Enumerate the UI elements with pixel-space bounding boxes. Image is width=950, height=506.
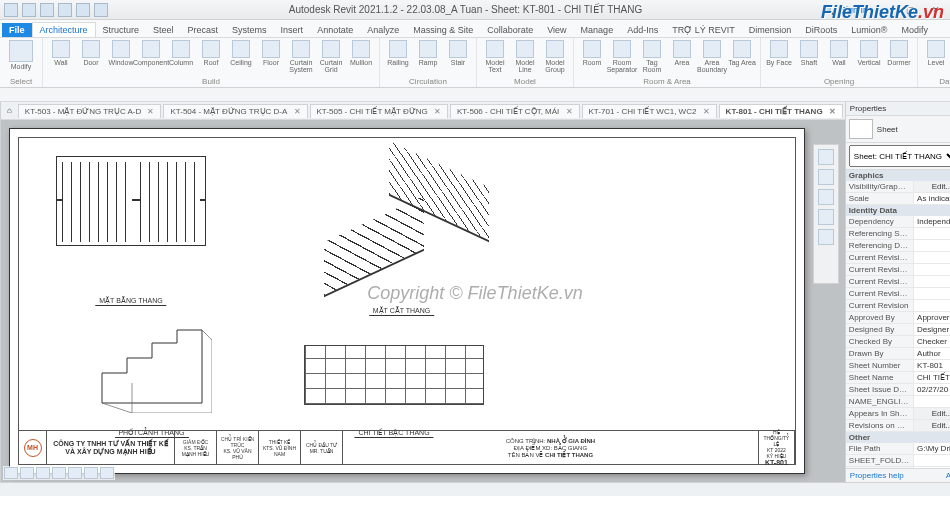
crop-icon[interactable] — [84, 467, 98, 479]
sun-path-icon[interactable] — [52, 467, 66, 479]
home-view-icon[interactable]: ⌂ — [3, 106, 16, 115]
property-row[interactable]: Approved ByApprover — [846, 312, 950, 324]
close-tab-icon[interactable]: ✕ — [827, 107, 836, 116]
viewport-detail[interactable]: CHI TIẾT BẬC THANG — [284, 333, 504, 428]
hide-isolate-icon[interactable] — [100, 467, 114, 479]
property-row[interactable]: Current Revision... — [846, 276, 950, 288]
property-value[interactable] — [914, 396, 950, 407]
close-tab-icon[interactable]: ✕ — [700, 107, 709, 116]
view-tab[interactable]: KT-701 - CHI TIẾT WC1, WC2 ✕ — [582, 104, 717, 118]
property-value[interactable] — [914, 240, 950, 251]
property-value[interactable]: Checker — [914, 336, 950, 347]
zoom-icon[interactable] — [818, 209, 834, 225]
tag-area-button[interactable]: Tag Area — [728, 40, 756, 73]
property-value[interactable]: As indicated — [914, 193, 950, 204]
ribbon-tab-diroots[interactable]: DiRoots — [798, 23, 844, 37]
property-row[interactable]: Designed ByDesigner — [846, 324, 950, 336]
property-row[interactable]: NAME_ENGLISH — [846, 396, 950, 408]
ribbon-tab-tr-l-revit[interactable]: TRỢ LÝ REVIT — [665, 23, 742, 37]
model-text-button[interactable]: Model Text — [481, 40, 509, 73]
property-value[interactable]: G:\My Drive\4.O... — [914, 443, 950, 454]
ribbon-tab-architecture[interactable]: Architecture — [32, 22, 96, 37]
property-row[interactable]: File PathG:\My Drive\4.O... — [846, 443, 950, 455]
ribbon-tab-precast[interactable]: Precast — [181, 23, 226, 37]
ribbon-tab-analyze[interactable]: Analyze — [360, 23, 406, 37]
ribbon-tab-file[interactable]: File — [2, 23, 32, 37]
property-row[interactable]: Drawn ByAuthor — [846, 348, 950, 360]
shadows-icon[interactable] — [68, 467, 82, 479]
property-value[interactable]: Author — [914, 348, 950, 359]
model-group-button[interactable]: Model Group — [541, 40, 569, 73]
ribbon-tab-structure[interactable]: Structure — [96, 23, 147, 37]
area-boundary-button[interactable]: Area Boundary — [698, 40, 726, 73]
by-face-button[interactable]: By Face — [765, 40, 793, 66]
property-value[interactable] — [914, 276, 950, 287]
mullion-button[interactable]: Mullion — [347, 40, 375, 73]
close-tab-icon[interactable]: ✕ — [432, 107, 441, 116]
room-separator-button[interactable]: Room Separator — [608, 40, 636, 73]
railing-button[interactable]: Railing — [384, 40, 412, 66]
ribbon-tab-collaborate[interactable]: Collaborate — [480, 23, 540, 37]
property-row[interactable]: Current Revision — [846, 300, 950, 312]
apply-button[interactable]: Apply — [946, 471, 950, 480]
open-icon[interactable] — [22, 3, 36, 17]
roof-button[interactable]: Roof — [197, 40, 225, 73]
close-tab-icon[interactable]: ✕ — [145, 107, 154, 116]
detail-level-icon[interactable] — [20, 467, 34, 479]
floor-button[interactable]: Floor — [257, 40, 285, 73]
property-row[interactable]: Revisions on Sh...Edit... — [846, 420, 950, 432]
close-tab-icon[interactable]: ✕ — [563, 107, 572, 116]
property-value[interactable]: Designer — [914, 324, 950, 335]
property-row[interactable]: Current Revision... — [846, 252, 950, 264]
ribbon-tab-insert[interactable]: Insert — [274, 23, 311, 37]
property-value[interactable]: Approver — [914, 312, 950, 323]
property-row[interactable]: DependencyIndependent — [846, 216, 950, 228]
wall-button[interactable]: Wall — [47, 40, 75, 73]
visual-style-icon[interactable] — [36, 467, 50, 479]
column-button[interactable]: Column — [167, 40, 195, 73]
orbit-icon[interactable] — [818, 229, 834, 245]
ribbon-tab-manage[interactable]: Manage — [574, 23, 621, 37]
property-value[interactable]: 02/27/20 — [914, 384, 950, 395]
undo-icon[interactable] — [58, 3, 72, 17]
print-icon[interactable] — [94, 3, 108, 17]
view-tab[interactable]: KT-505 - CHI TIẾT MẶT ĐỨNG ✕ — [310, 104, 448, 118]
close-button[interactable]: ✕ — [926, 3, 946, 17]
close-tab-icon[interactable]: ✕ — [291, 107, 300, 116]
property-row[interactable]: Sheet NameCHI TIẾT THANG — [846, 372, 950, 384]
ribbon-tab-systems[interactable]: Systems — [225, 23, 274, 37]
drawing-area[interactable]: MẶT BẰNG THANG MẶT CẮT THANG — [1, 120, 845, 482]
search-icon[interactable]: 🔍 — [823, 5, 834, 15]
ribbon-tab-dimension[interactable]: Dimension — [742, 23, 799, 37]
tag-room-button[interactable]: Tag Room — [638, 40, 666, 73]
property-row[interactable]: Sheet NumberKT-801 — [846, 360, 950, 372]
property-row[interactable]: Checked ByChecker — [846, 336, 950, 348]
ribbon-tab-massing-site[interactable]: Massing & Site — [406, 23, 480, 37]
minimize-button[interactable]: — — [874, 3, 894, 17]
dormer-button[interactable]: Dormer — [885, 40, 913, 66]
ribbon-tab-add-ins[interactable]: Add-Ins — [620, 23, 665, 37]
full-nav-wheel-icon[interactable] — [818, 169, 834, 185]
edit-button[interactable]: Edit... — [914, 408, 950, 419]
viewport-section[interactable]: MẶT CẮT THANG — [294, 146, 509, 306]
edit-button[interactable]: Edit... — [914, 420, 950, 431]
property-row[interactable]: Referencing Sh... — [846, 228, 950, 240]
property-value[interactable]: CHI TIẾT THANG — [914, 372, 950, 383]
sign-in-link[interactable]: Sign In — [840, 5, 868, 15]
scale-icon[interactable] — [4, 467, 18, 479]
home-icon[interactable] — [818, 149, 834, 165]
property-value[interactable] — [914, 264, 950, 275]
ribbon-tab-modify[interactable]: Modify — [894, 23, 935, 37]
property-row[interactable]: Referencing Det... — [846, 240, 950, 252]
modify-button[interactable]: Modify — [4, 40, 38, 70]
property-row[interactable]: Current Revision... — [846, 264, 950, 276]
area-button[interactable]: Area — [668, 40, 696, 73]
shaft-button[interactable]: Shaft — [795, 40, 823, 66]
ribbon-tab-annotate[interactable]: Annotate — [310, 23, 360, 37]
curtain-system-button[interactable]: Curtain System — [287, 40, 315, 73]
wall-button[interactable]: Wall — [825, 40, 853, 66]
ceiling-button[interactable]: Ceiling — [227, 40, 255, 73]
vertical-button[interactable]: Vertical — [855, 40, 883, 66]
type-selector[interactable]: Sheet — [846, 116, 950, 143]
view-tab[interactable]: KT-801 - CHI TIẾT THANG ✕ — [719, 104, 843, 118]
